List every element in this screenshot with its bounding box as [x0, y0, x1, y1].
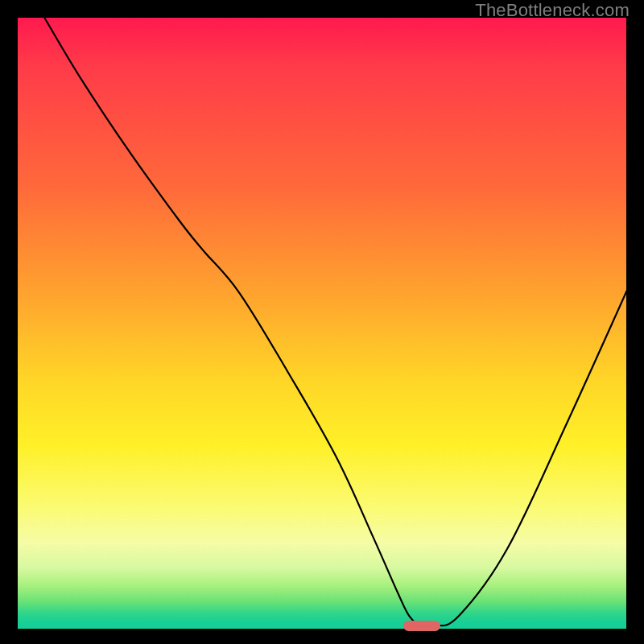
optimal-marker — [403, 621, 440, 631]
chart-frame: TheBottleneck.com — [0, 0, 644, 644]
bottleneck-curve — [20, 18, 629, 629]
plot-area — [15, 18, 629, 631]
